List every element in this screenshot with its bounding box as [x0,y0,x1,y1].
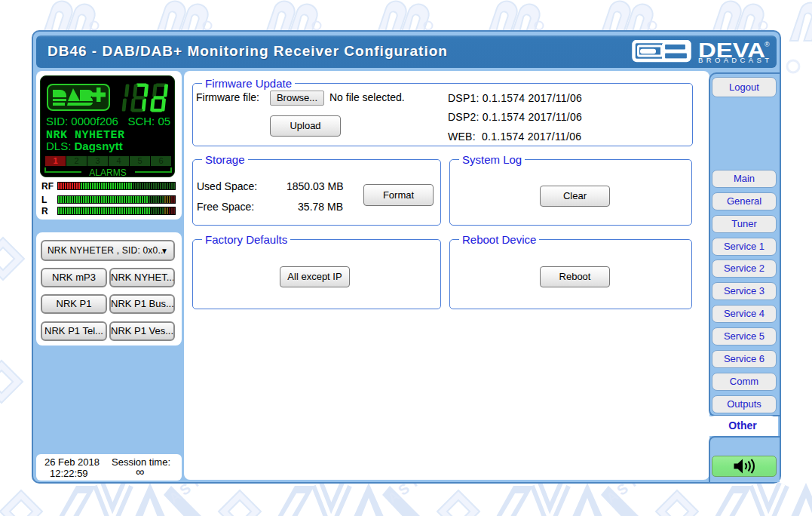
svg-text:ALARMS: ALARMS [89,167,126,177]
svg-text:BROADCAST: BROADCAST [698,56,769,64]
svg-text:®: ® [765,41,770,48]
